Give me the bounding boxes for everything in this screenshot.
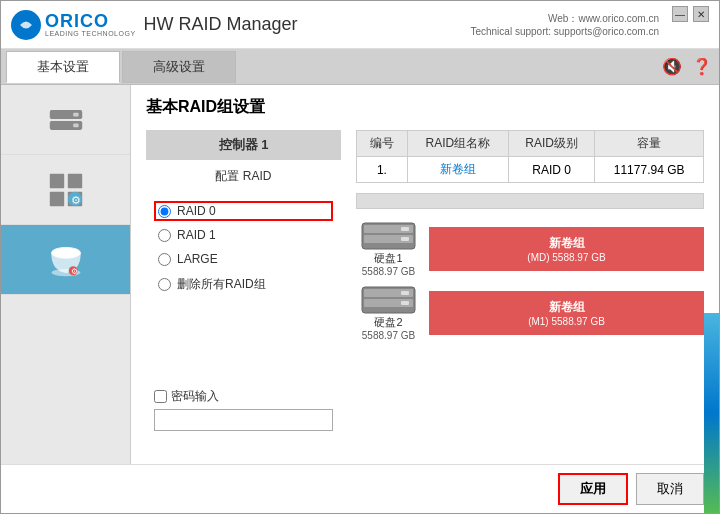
col-level: RAID级别 [508,131,594,157]
password-checkbox[interactable] [154,390,167,403]
logo-orico-text: ORICO [45,12,136,30]
logo-text: ORICO LEADING TECHNOLOGY [45,12,136,37]
delete-label: 删除所有RAID组 [177,276,266,293]
disk-icon-area: 硬盘1 5588.97 GB [356,221,421,277]
close-button[interactable]: ✕ [693,6,709,22]
configure-label: 配置 RAID [146,164,341,189]
raid0-label: RAID 0 [177,204,216,218]
apply-button[interactable]: 应用 [558,473,628,505]
raid-options: RAID 0 RAID 1 LARGE 删除所有RAID组 [146,197,341,300]
delete-option[interactable]: 删除所有RAID组 [154,273,333,296]
col-capacity: 容量 [595,131,704,157]
help-icon[interactable]: ❓ [690,55,714,79]
raid-table: 编号 RAID组名称 RAID级别 容量 1. 新卷组 RAID 0 11177… [356,130,704,183]
content-area: 基本RAID组设置 控制器 1 配置 RAID RAID 0 RAID 1 [131,85,719,464]
tab-advanced-settings[interactable]: 高级设置 [122,51,236,83]
progress-bar-container [356,193,704,209]
logo-subtitle: LEADING TECHNOLOGY [45,30,136,37]
raid1-label: RAID 1 [177,228,216,242]
large-label: LARGE [177,252,218,266]
disk-size: 5588.97 GB [362,330,415,341]
sidebar-item-grid[interactable]: ⚙ [1,155,130,225]
right-panel: 编号 RAID组名称 RAID级别 容量 1. 新卷组 RAID 0 11177… [356,130,704,439]
cancel-button[interactable]: 取消 [636,473,704,505]
sidebar-item-drive[interactable] [1,85,130,155]
password-checkbox-row: 密码输入 [154,388,333,405]
content-grid: 控制器 1 配置 RAID RAID 0 RAID 1 [146,130,704,439]
disk-items: 硬盘1 5588.97 GB 新卷组 (MD) 5588.97 GB 硬盘2 5… [356,221,704,341]
large-radio[interactable] [158,253,171,266]
left-panel: 控制器 1 配置 RAID RAID 0 RAID 1 [146,130,341,439]
large-option[interactable]: LARGE [154,249,333,269]
cell-capacity: 11177.94 GB [595,157,704,183]
disk-group-name: 新卷组 [549,235,585,252]
raid1-option[interactable]: RAID 1 [154,225,333,245]
svg-rect-24 [401,301,409,305]
raid1-radio[interactable] [158,229,171,242]
password-label: 密码输入 [171,388,219,405]
svg-text:⚙: ⚙ [71,193,81,205]
disk-icon-area: 硬盘2 5588.97 GB [356,285,421,341]
right-edge-decoration [704,313,719,513]
disk-assignment: 新卷组 (MD) 5588.97 GB [429,227,704,271]
svg-rect-19 [401,237,409,241]
cell-level: RAID 0 [508,157,594,183]
hdd-icon [361,221,416,251]
raid0-option[interactable]: RAID 0 [154,201,333,221]
password-input[interactable] [154,409,333,431]
col-name: RAID组名称 [407,131,508,157]
sidebar: ⚙ ⚙ [1,85,131,464]
table-row: 1. 新卷组 RAID 0 11177.94 GB [357,157,704,183]
disk-slot-info: (M1) 5588.97 GB [528,316,605,327]
password-section: 密码输入 [146,380,341,439]
cell-name[interactable]: 新卷组 [407,157,508,183]
orico-logo: ORICO LEADING TECHNOLOGY [11,10,136,40]
disk-assignment: 新卷组 (M1) 5588.97 GB [429,291,704,335]
svg-rect-18 [401,227,409,231]
svg-text:⚙: ⚙ [70,267,77,276]
main-content: ⚙ ⚙ 基本RAID组设置 控制器 1 [1,85,719,464]
disk-item: 硬盘2 5588.97 GB 新卷组 (M1) 5588.97 GB [356,285,704,341]
disk-slot-info: (MD) 5588.97 GB [527,252,605,263]
cell-num: 1. [357,157,408,183]
title-bar: ORICO LEADING TECHNOLOGY HW RAID Manager… [1,1,719,49]
bottom-area: 应用 取消 [1,464,719,513]
app-title: HW RAID Manager [144,14,298,35]
logo-icon [11,10,41,40]
svg-rect-4 [73,123,78,127]
delete-radio[interactable] [158,278,171,291]
nav-tabs: 基本设置 高级设置 🔇 ❓ [1,49,719,85]
website-url: Web：www.orico.com.cn [470,12,659,26]
disk-label: 硬盘1 [374,251,402,266]
mute-icon[interactable]: 🔇 [660,55,684,79]
sidebar-item-storage[interactable]: ⚙ [1,225,130,295]
svg-rect-3 [73,112,78,116]
tab-basic-settings[interactable]: 基本设置 [6,51,120,83]
col-num: 编号 [357,131,408,157]
main-window: ORICO LEADING TECHNOLOGY HW RAID Manager… [0,0,720,514]
disk-label: 硬盘2 [374,315,402,330]
raid0-radio[interactable] [158,205,171,218]
minimize-button[interactable]: — [672,6,688,22]
controller-header: 控制器 1 [146,130,341,160]
svg-rect-5 [49,173,63,187]
nav-icons: 🔇 ❓ [660,55,714,79]
hdd-icon [361,285,416,315]
disk-item: 硬盘1 5588.97 GB 新卷组 (MD) 5588.97 GB [356,221,704,277]
support-email: Technical support: supports@orico.com.cn [470,26,659,37]
window-controls: — ✕ [672,6,709,22]
svg-rect-23 [401,291,409,295]
svg-rect-7 [49,191,63,205]
disk-size: 5588.97 GB [362,266,415,277]
page-title: 基本RAID组设置 [146,97,704,118]
disk-group-name: 新卷组 [549,299,585,316]
svg-rect-6 [67,173,81,187]
